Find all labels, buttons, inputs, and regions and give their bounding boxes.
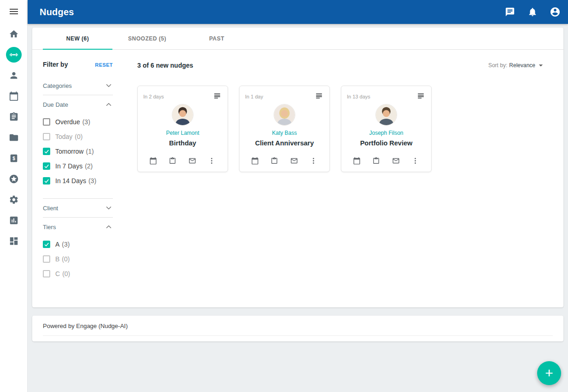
bell-icon — [527, 7, 538, 17]
notes-button[interactable] — [315, 92, 324, 101]
filter-option-tier-b[interactable]: B (0) — [43, 252, 113, 266]
sort-label: Sort by: — [488, 62, 507, 69]
email-button[interactable] — [290, 157, 299, 165]
gear-icon — [9, 195, 19, 205]
chat-icon — [505, 7, 515, 17]
card-actions — [245, 157, 324, 165]
sidebar-item-documents[interactable] — [0, 127, 28, 148]
panel-body: Filter by RESET Categories Due Date — [32, 50, 563, 281]
client-name-link[interactable]: Peter Lamont — [143, 130, 222, 136]
schedule-button[interactable] — [251, 157, 259, 165]
avatar-photo — [274, 104, 295, 125]
hamburger-icon — [8, 6, 19, 17]
envelope-icon — [392, 157, 400, 165]
sidebar-item-favorites[interactable] — [0, 168, 28, 189]
option-label: In 14 Days — [55, 177, 86, 184]
note-button[interactable] — [169, 157, 177, 165]
notes-button[interactable] — [416, 92, 426, 101]
sidebar-item-billing[interactable]: $ — [0, 148, 28, 168]
checkbox — [43, 270, 50, 277]
divider — [43, 217, 113, 218]
tab-snoozed[interactable]: SNOOZED (5) — [112, 28, 182, 49]
filter-section-due-date[interactable]: Due Date — [43, 98, 113, 111]
client-name-link[interactable]: Joseph Filson — [347, 130, 426, 136]
avatar-row — [143, 104, 222, 126]
filter-option-in-14-days[interactable]: In 14 Days (3) — [43, 173, 113, 188]
add-nudge-fab[interactable]: + — [537, 361, 561, 385]
account-button[interactable] — [550, 6, 561, 17]
sort-dropdown[interactable]: Sort by: Relevance — [488, 61, 545, 70]
filter-section-categories[interactable]: Categories — [43, 79, 113, 92]
tab-label: SNOOZED (5) — [128, 35, 166, 42]
nudge-title: Portfolio Review — [347, 139, 426, 147]
filter-option-overdue[interactable]: Overdue (3) — [43, 115, 113, 129]
sidebar-item-dashboard[interactable] — [0, 231, 28, 251]
dollar-document-icon: $ — [9, 153, 19, 163]
filter-option-today[interactable]: Today (0) — [43, 129, 113, 144]
envelope-icon — [290, 157, 298, 165]
filter-option-tier-c[interactable]: C (0) — [43, 266, 113, 281]
filter-section-client[interactable]: Client — [43, 202, 113, 214]
filter-option-tomorrow[interactable]: Tomorrow (1) — [43, 144, 113, 159]
client-avatar[interactable] — [172, 104, 193, 126]
account-circle-icon — [550, 6, 561, 18]
option-count: (3) — [62, 241, 70, 248]
filter-option-in-7-days[interactable]: In 7 Days (2) — [43, 159, 113, 173]
schedule-button[interactable] — [149, 157, 158, 165]
sidebar-item-calendar[interactable] — [0, 86, 28, 106]
clipboard-icon — [9, 112, 19, 122]
sidebar-item-nudges[interactable] — [0, 44, 28, 65]
avatar-photo — [376, 104, 397, 125]
nudge-card[interactable]: In 1 day — [239, 86, 330, 172]
topbar-actions — [504, 6, 561, 17]
menu-button[interactable] — [6, 6, 22, 17]
card-header: In 13 days — [347, 92, 426, 102]
nudge-card[interactable]: In 13 days — [341, 86, 432, 172]
note-button[interactable] — [270, 157, 279, 165]
footer-panel: Powered by Engage (Nudge-AI) — [32, 316, 563, 341]
sidebar-item-settings[interactable] — [0, 189, 28, 210]
tab-bar: NEW (6) SNOOZED (5) PAST — [32, 28, 563, 50]
notes-button[interactable] — [213, 92, 222, 101]
home-icon — [9, 29, 19, 39]
avatar-photo — [172, 104, 193, 125]
due-date-options: Overdue (3) Today (0) Tomorrow — [43, 115, 113, 188]
more-button[interactable] — [310, 157, 318, 165]
notifications-button[interactable] — [527, 6, 538, 17]
client-name-link[interactable]: Katy Bass — [245, 130, 324, 136]
check-icon — [44, 178, 49, 184]
schedule-button[interactable] — [353, 157, 361, 165]
due-badge: In 2 days — [143, 92, 164, 99]
sidebar-item-reports[interactable] — [0, 210, 28, 231]
sidebar: $ — [0, 0, 28, 392]
client-avatar[interactable] — [274, 104, 295, 126]
filter-section-tiers[interactable]: Tiers — [43, 220, 113, 233]
tab-new[interactable]: NEW (6) — [43, 28, 112, 49]
option-count: (2) — [85, 162, 93, 170]
section-label: Categories — [43, 82, 72, 89]
dropdown-arrow-icon — [536, 61, 545, 70]
option-label: B — [55, 255, 59, 263]
calendar-icon — [353, 157, 361, 165]
results-summary: 3 of 6 new nudges — [137, 62, 193, 69]
note-button[interactable] — [372, 157, 381, 165]
nudge-cards: In 2 days — [137, 86, 553, 172]
nudge-card[interactable]: In 2 days — [137, 86, 228, 172]
chevron-up-icon — [105, 223, 113, 231]
tab-past[interactable]: PAST — [182, 28, 252, 49]
filter-option-tier-a[interactable]: A (3) — [43, 237, 113, 252]
reset-filters-button[interactable]: RESET — [95, 62, 113, 68]
more-button[interactable] — [411, 157, 420, 165]
email-button[interactable] — [188, 157, 197, 165]
email-button[interactable] — [392, 157, 400, 165]
checkbox — [43, 133, 50, 140]
clipboard-icon — [270, 157, 278, 165]
sidebar-item-tasks[interactable] — [0, 106, 28, 127]
sidebar-item-clients[interactable] — [0, 65, 28, 86]
section-label: Client — [43, 205, 58, 212]
sidebar-item-home[interactable] — [0, 23, 28, 44]
more-button[interactable] — [208, 157, 216, 165]
option-count: (0) — [75, 133, 82, 140]
client-avatar[interactable] — [375, 104, 397, 126]
chat-button[interactable] — [504, 6, 515, 17]
